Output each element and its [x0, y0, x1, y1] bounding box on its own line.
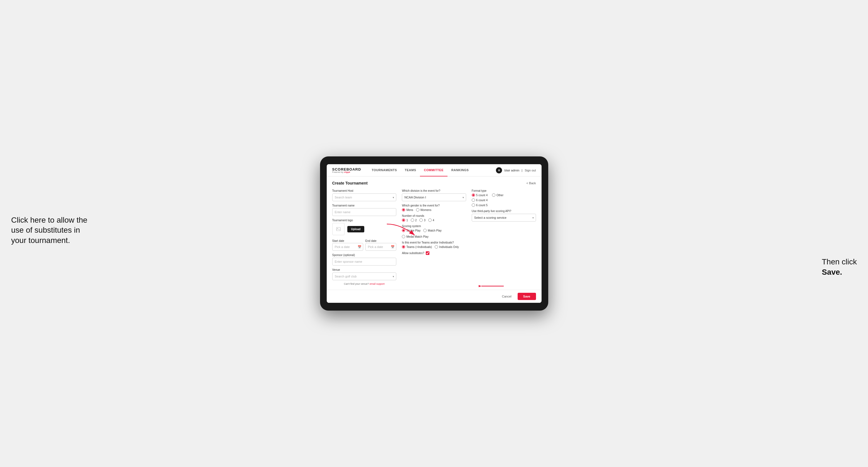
format-6count5[interactable]: 6 count 5	[472, 204, 488, 207]
division-select-wrapper: NCAA Division I NCAA Division II NCAA Di…	[402, 193, 466, 201]
tournament-host-label: Tournament Host	[332, 189, 397, 192]
nav-tournaments[interactable]: TOURNAMENTS	[368, 164, 401, 177]
rounds-1[interactable]: 1	[402, 218, 408, 222]
form-grid: Tournament Host Tournament name Tourname…	[332, 189, 536, 285]
tournament-name-input[interactable]	[332, 208, 397, 216]
gender-group: Which gender is the event for? Mens Wome…	[402, 204, 466, 212]
back-button[interactable]: < Back	[527, 182, 536, 185]
tablet-screen: SCOREBOARD Powered by clippd TOURNAMENTS…	[327, 164, 541, 303]
rounds-3[interactable]: 3	[420, 218, 426, 222]
end-date-label: End date	[365, 239, 376, 242]
format-row-3: 6 count 5	[472, 204, 536, 207]
venue-group: Venue Can't find your venue? email suppo…	[332, 268, 397, 285]
format-5count4[interactable]: 5 count 4	[472, 193, 488, 197]
bottom-bar: Cancel Save	[327, 290, 541, 303]
gender-label: Which gender is the event for?	[402, 204, 466, 207]
gender-mens[interactable]: Mens	[402, 208, 413, 212]
format-6count4[interactable]: 6 count 4	[472, 198, 488, 202]
sponsor-input[interactable]	[332, 258, 397, 266]
scoring-api-group: Use third-party live scoring API? Select…	[472, 210, 536, 221]
rounds-group: Number of rounds 1 2	[402, 214, 466, 222]
division-select[interactable]: NCAA Division I NCAA Division II NCAA Di…	[402, 193, 466, 201]
tournament-host-group: Tournament Host	[332, 189, 397, 201]
gender-radio-group: Mens Womens	[402, 208, 466, 212]
venue-help: Can't find your venue? email support	[332, 282, 397, 285]
cancel-button[interactable]: Cancel	[499, 293, 515, 300]
logo-placeholder	[332, 223, 344, 235]
format-row-1: 5 count 4 Other	[472, 193, 536, 197]
scoring-match[interactable]: Match Play	[423, 229, 441, 232]
nav-teams[interactable]: TEAMS	[401, 164, 420, 177]
rounds-2[interactable]: 2	[411, 218, 417, 222]
venue-email-link[interactable]: email support	[370, 282, 384, 285]
tournament-name-label: Tournament name	[332, 204, 397, 207]
scoring-api-select-wrapper: Select a scoring service	[472, 214, 536, 221]
annotation-left: Click here to allow the use of substitut…	[11, 215, 89, 246]
event-for-label: Is this event for Teams and/or Individua…	[402, 241, 466, 244]
scoring-api-select[interactable]: Select a scoring service	[472, 214, 536, 221]
scoring-api-label: Use third-party live scoring API?	[472, 210, 536, 213]
navbar: SCOREBOARD Powered by clippd TOURNAMENTS…	[327, 164, 541, 177]
event-teams[interactable]: Teams (+Individuals)	[402, 245, 432, 249]
format-other[interactable]: Other	[492, 193, 503, 197]
rounds-label: Number of rounds	[402, 214, 466, 217]
form-col-2: Which division is the event for? NCAA Di…	[402, 189, 466, 285]
nav-rankings[interactable]: RANKINGS	[447, 164, 473, 177]
rounds-radio-group: 1 2 3	[402, 218, 466, 222]
nav-right: B blair admin | Sign out	[496, 167, 536, 174]
division-label: Which division is the event for?	[402, 189, 466, 192]
form-col-3: Format type 5 count 4 Other	[472, 189, 536, 285]
start-date-wrapper: 📅	[332, 243, 363, 251]
tournament-host-input[interactable]	[332, 193, 397, 201]
substitutes-group: Allow substitutes?	[402, 251, 466, 255]
scoring-medal-match[interactable]: Medal Match Play	[402, 235, 428, 238]
start-date-group: Start date 📅	[332, 238, 363, 251]
page-content: Create Tournament < Back Tournament Host	[327, 177, 541, 290]
avatar: B	[496, 167, 502, 174]
substitutes-checkbox[interactable]	[426, 251, 429, 255]
venue-label: Venue	[332, 268, 397, 271]
scoring-group: Scoring system Stroke Play Match Play	[402, 225, 466, 238]
svg-rect-2	[337, 227, 340, 231]
end-date-input[interactable]	[365, 243, 396, 251]
tournament-logo-label: Tournament logo	[332, 219, 397, 222]
annotation-right: Then click Save.	[822, 257, 857, 277]
save-button[interactable]: Save	[518, 293, 536, 300]
format-label: Format type	[472, 189, 536, 192]
format-options: 5 count 4 Other	[472, 193, 536, 207]
end-date-wrapper: 📅	[365, 243, 396, 251]
sponsor-label: Sponsor (optional)	[332, 253, 397, 257]
dates-group: Start date 📅 End date	[332, 238, 397, 251]
start-date-label: Start date	[332, 239, 344, 242]
venue-input[interactable]	[332, 273, 397, 280]
page-header: Create Tournament < Back	[332, 181, 536, 185]
format-group: Format type 5 count 4 Other	[472, 189, 536, 207]
scoring-stroke[interactable]: Stroke Play	[402, 229, 421, 232]
event-for-radio-group: Teams (+Individuals) Individuals Only	[402, 245, 466, 249]
tablet-device: SCOREBOARD Powered by clippd TOURNAMENTS…	[320, 156, 548, 311]
event-individuals[interactable]: Individuals Only	[435, 245, 459, 249]
scoring-radio-group: Stroke Play Match Play Medal Match Play	[402, 229, 466, 238]
logo-upload-area: Upload	[332, 223, 397, 235]
sign-out-link[interactable]: Sign out	[525, 169, 536, 172]
outer-wrapper: Click here to allow the use of substitut…	[11, 156, 857, 311]
event-for-group: Is this event for Teams and/or Individua…	[402, 241, 466, 249]
form-col-1: Tournament Host Tournament name Tourname…	[332, 189, 397, 285]
end-date-group: End date 📅	[365, 238, 396, 251]
page-title: Create Tournament	[332, 181, 368, 185]
tournament-host-select-wrapper	[332, 193, 397, 201]
gender-womens[interactable]: Womens	[416, 208, 431, 212]
venue-select-wrapper	[332, 273, 397, 280]
upload-button[interactable]: Upload	[347, 226, 365, 232]
scoring-label: Scoring system	[402, 225, 466, 228]
nav-committee[interactable]: COMMITTEE	[420, 164, 447, 177]
date-row: Start date 📅 End date	[332, 238, 397, 251]
rounds-4[interactable]: 4	[428, 218, 434, 222]
substitutes-checkbox-label[interactable]: Allow substitutes?	[402, 251, 466, 255]
nav-links: TOURNAMENTS TEAMS COMMITTEE RANKINGS	[368, 164, 472, 177]
app-logo: SCOREBOARD Powered by clippd	[332, 167, 361, 173]
start-date-input[interactable]	[332, 243, 363, 251]
format-row-2: 6 count 4	[472, 198, 536, 202]
sponsor-group: Sponsor (optional)	[332, 253, 397, 266]
tournament-name-group: Tournament name	[332, 204, 397, 216]
